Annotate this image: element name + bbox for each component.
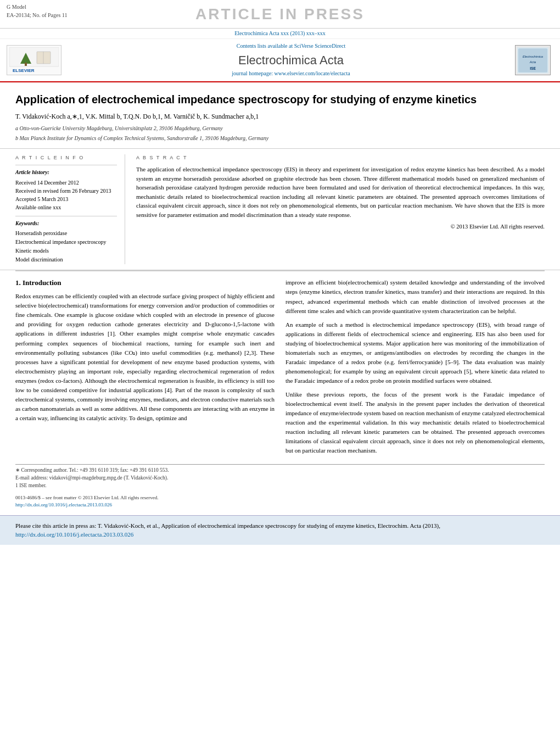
- svg-rect-0: [9, 47, 59, 66]
- svg-rect-2: [25, 63, 27, 66]
- affiliation-a: a Otto-von-Guericke University Magdeburg…: [15, 125, 545, 133]
- keywords-divider: [15, 216, 117, 216]
- content-right-column: improve an efficient bio(electrochemical…: [285, 278, 545, 460]
- intro-paragraph-3: An example of such a method is electroch…: [285, 320, 545, 386]
- keyword-3: Kinetic models: [15, 247, 117, 255]
- svg-text:Electrochimica: Electrochimica: [523, 55, 543, 58]
- email-address[interactable]: E-mail address: vidakovi@mpi-magdeburg.m…: [15, 475, 545, 482]
- abstract-label: A B S T R A C T: [136, 154, 545, 161]
- received-date: Received 14 December 2012: [15, 178, 117, 187]
- affiliation-b: b Max Planck Institute for Dynamics of C…: [15, 135, 545, 143]
- journal-logo-area: Electrochimica Acta ISE: [515, 45, 553, 75]
- article-history-label: Article history:: [15, 169, 117, 177]
- sciverse-link[interactable]: Contents lists available at SciVerse Sci…: [67, 42, 515, 51]
- intro-paragraph-4: Unlike these previous reports, the focus…: [285, 390, 545, 455]
- article-main-title: Application of electrochemical impedance…: [15, 92, 545, 107]
- issn-line: 0013-4686/$ – see front matter © 2013 El…: [15, 494, 545, 501]
- top-bar: G Model EA-20134; No. of Pages 11 ARTICL…: [0, 0, 560, 29]
- svg-text:Acta: Acta: [529, 60, 536, 63]
- keywords-label: Keywords:: [15, 220, 117, 228]
- revised-date: Received in revised form 26 February 201…: [15, 187, 117, 195]
- elsevier-logo-area: ELSEVIER: [7, 45, 67, 75]
- journal-header: ELSEVIER Contents lists available at Sci…: [0, 39, 560, 82]
- article-in-press-banner: ARTICLE IN PRESS: [143, 3, 417, 26]
- svg-text:ISE: ISE: [530, 66, 536, 70]
- article-info-abstract-section: A R T I C L E I N F O Article history: R…: [0, 149, 560, 270]
- abstract-text: The application of electrochemical imped…: [136, 165, 545, 219]
- intro-paragraph-1: Redox enzymes can be efficiently coupled…: [15, 292, 275, 423]
- citation-link[interactable]: http://dx.doi.org/10.1016/j.electacta.20…: [15, 531, 133, 538]
- email-label: E-mail address: vidakovi@mpi-magdeburg.m…: [15, 475, 168, 481]
- corresponding-author: ∗ Corresponding author. Tel.: +49 391 61…: [15, 467, 545, 475]
- article-history-text: Received 14 December 2012 Received in re…: [15, 178, 117, 211]
- authors: T. Vidaković-Koch a,∗,1, V.K. Mittal b, …: [15, 112, 545, 121]
- keyword-1: Horseradish peroxidase: [15, 229, 117, 238]
- journal-url-line: Electrochimica Acta xxx (2013) xxx–xxx: [0, 29, 560, 40]
- svg-rect-3: [37, 52, 51, 64]
- citation-text: Please cite this article in press as: T.…: [15, 522, 440, 529]
- introduction-heading-text: 1. Introduction: [15, 278, 61, 287]
- journal-homepage[interactable]: journal homepage: www.elsevier.com/locat…: [67, 70, 515, 78]
- electrochimica-logo-box: Electrochimica Acta ISE: [515, 45, 551, 75]
- intro-paragraph-2: improve an efficient bio(electrochemical…: [285, 278, 545, 315]
- gmodel-label: G Model: [7, 3, 143, 12]
- article-info-column: A R T I C L E I N F O Article history: R…: [15, 154, 125, 264]
- content-left-column: 1. Introduction Redox enzymes can be eff…: [15, 278, 275, 460]
- ise-member: 1 ISE member.: [15, 482, 545, 490]
- footnotes: ∗ Corresponding author. Tel.: +49 391 61…: [15, 464, 545, 489]
- available-date: Available online xxx: [15, 203, 117, 211]
- svg-text:ELSEVIER: ELSEVIER: [13, 68, 35, 73]
- abstract-column: A B S T R A C T The application of elect…: [136, 154, 545, 264]
- article-title-section: Application of electrochemical impedance…: [0, 82, 560, 149]
- article-info-divider: [15, 165, 117, 165]
- elsevier-logo-svg: ELSEVIER: [9, 47, 59, 74]
- doi-section: 0013-4686/$ – see front matter © 2013 El…: [0, 494, 560, 511]
- keywords-text: Horseradish peroxidase Electrochemical i…: [15, 229, 117, 264]
- keyword-4: Model discrimination: [15, 255, 117, 264]
- journal-center: Contents lists available at SciVerse Sci…: [67, 42, 515, 78]
- elsevier-img: ELSEVIER: [7, 45, 61, 75]
- journal-url-text: Electrochimica Acta xxx (2013) xxx–xxx: [234, 30, 326, 36]
- doi-link[interactable]: http://dx.doi.org/10.1016/j.electacta.20…: [15, 501, 545, 509]
- electrochimica-logo-svg: Electrochimica Acta ISE: [517, 47, 548, 74]
- main-content: 1. Introduction Redox enzymes can be eff…: [0, 271, 560, 460]
- journal-title: Electrochimica Acta: [67, 52, 515, 69]
- accepted-date: Accepted 5 March 2013: [15, 195, 117, 203]
- article-id: EA-20134; No. of Pages 11: [7, 12, 143, 20]
- copyright-line: © 2013 Elsevier Ltd. All rights reserved…: [136, 222, 545, 231]
- gmodel-info: G Model EA-20134; No. of Pages 11: [7, 3, 143, 19]
- keyword-2: Electrochemical impedance spectroscopy: [15, 238, 117, 247]
- citation-bar: Please cite this article in press as: T.…: [0, 515, 560, 545]
- article-info-label: A R T I C L E I N F O: [15, 154, 117, 161]
- introduction-heading: 1. Introduction: [15, 278, 275, 288]
